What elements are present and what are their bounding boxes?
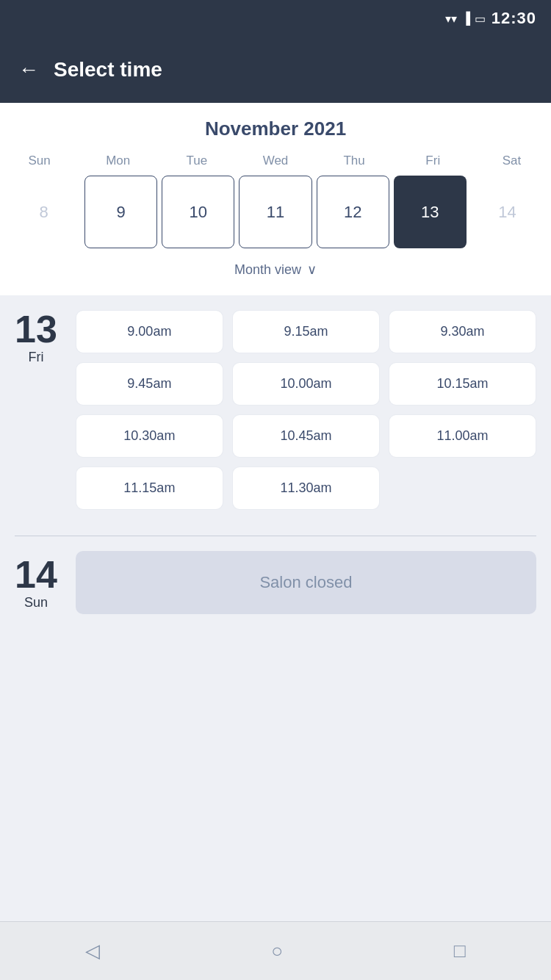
date-cell-9[interactable]: 9: [84, 176, 157, 248]
day-header-thu: Thu: [315, 154, 394, 168]
date-cell-11[interactable]: 11: [239, 176, 311, 248]
date-row: 8 9 10 11 12 13 14: [0, 176, 551, 248]
slot-915am[interactable]: 9.15am: [232, 310, 380, 353]
nav-recent-icon[interactable]: □: [454, 940, 466, 962]
day-14-row: 14 Sun Salon closed: [15, 551, 536, 614]
day-header-wed: Wed: [236, 154, 314, 168]
battery-icon: ▭: [475, 12, 486, 26]
date-cell-14[interactable]: 14: [471, 176, 544, 248]
day-13-number: 13: [15, 310, 57, 348]
page-title: Select time: [54, 58, 162, 82]
day-14-number: 14: [15, 555, 57, 594]
nav-home-icon[interactable]: ○: [271, 940, 283, 962]
slot-1115am[interactable]: 11.15am: [76, 466, 223, 510]
day-14-name: Sun: [15, 595, 57, 610]
slot-1030am[interactable]: 10.30am: [76, 414, 223, 458]
nav-back-icon[interactable]: ◁: [85, 940, 100, 962]
day-header-sat: Sat: [472, 154, 551, 168]
salon-closed-label: Salon closed: [259, 573, 352, 591]
calendar-section: November 2021 Sun Mon Tue Wed Thu Fri Sa…: [0, 103, 551, 295]
back-button[interactable]: ←: [18, 60, 39, 80]
chevron-down-icon: ∨: [307, 262, 317, 278]
signal-icon: ▐: [461, 12, 469, 25]
date-cell-12[interactable]: 12: [317, 176, 389, 248]
day-headers: Sun Mon Tue Wed Thu Fri Sat: [0, 154, 551, 168]
header: ← Select time: [0, 37, 551, 103]
month-view-label: Month view: [234, 262, 301, 278]
status-icons: ▾▾ ▐ ▭: [445, 12, 485, 26]
slot-1045am[interactable]: 10.45am: [232, 414, 380, 458]
slot-1130am[interactable]: 11.30am: [232, 466, 380, 510]
slot-930am[interactable]: 9.30am: [389, 310, 536, 353]
slot-1000am[interactable]: 10.00am: [232, 362, 380, 406]
date-cell-13[interactable]: 13: [394, 176, 467, 248]
status-bar: ▾▾ ▐ ▭ 12:30: [0, 0, 551, 37]
nav-bar: ◁ ○ □: [0, 921, 551, 980]
day-13-slots-grid: 9.00am 9.15am 9.30am 9.45am 10.00am 10.1…: [76, 310, 536, 510]
day-13-block: 13 Fri 9.00am 9.15am 9.30am 9.45am 10.00…: [0, 295, 551, 528]
day-divider: [15, 536, 536, 536]
status-time: 12:30: [491, 9, 536, 28]
day-13-num-label: 13 Fri: [15, 310, 57, 365]
slot-900am[interactable]: 9.00am: [76, 310, 223, 353]
day-header-mon: Mon: [79, 154, 157, 168]
date-cell-8[interactable]: 8: [7, 176, 80, 248]
slot-1015am[interactable]: 10.15am: [389, 362, 536, 406]
salon-closed-box: Salon closed: [76, 551, 536, 614]
time-slots-section: 13 Fri 9.00am 9.15am 9.30am 9.45am 10.00…: [0, 295, 551, 921]
day-13-label-row: 13 Fri 9.00am 9.15am 9.30am 9.45am 10.00…: [15, 310, 536, 510]
month-view-row[interactable]: Month view ∨: [0, 256, 551, 288]
day-header-tue: Tue: [157, 154, 236, 168]
day-header-sun: Sun: [0, 154, 79, 168]
date-cell-10[interactable]: 10: [162, 176, 234, 248]
day-header-fri: Fri: [394, 154, 472, 168]
slot-1100am[interactable]: 11.00am: [389, 414, 536, 458]
day-13-name: Fri: [15, 350, 57, 365]
month-year-title: November 2021: [0, 118, 551, 140]
day-14-block: 14 Sun Salon closed: [0, 544, 551, 629]
slot-945am[interactable]: 9.45am: [76, 362, 223, 406]
wifi-icon: ▾▾: [445, 12, 457, 26]
day-14-num-label: 14 Sun: [15, 555, 57, 610]
